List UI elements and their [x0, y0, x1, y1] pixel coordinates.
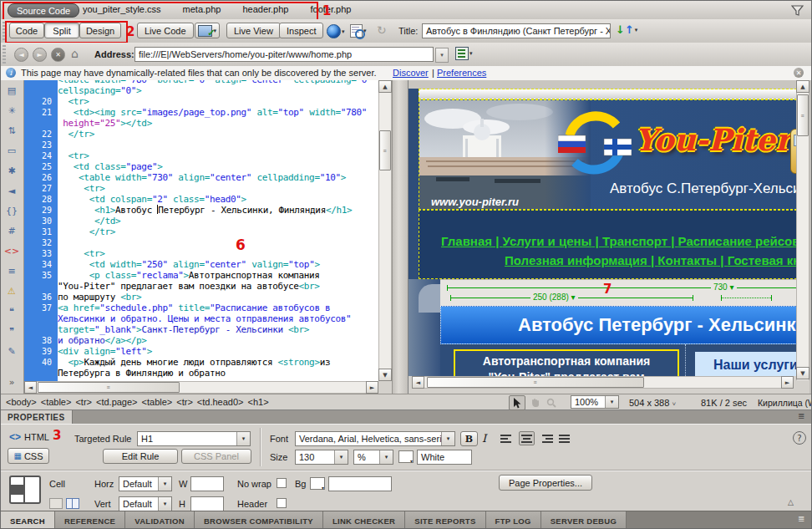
tag-path-item[interactable]: <table>	[142, 397, 173, 407]
design-heading[interactable]: Автобус Петербург - Хельсинки	[440, 306, 796, 344]
code-line[interactable]: 29 <h1>Автобус Петербург - Хельсинки, Фи…	[24, 205, 378, 216]
results-tab-link-checker[interactable]: LINK CHECKER	[323, 511, 405, 529]
code-line[interactable]: 34 <td width="250" align="center" valign…	[24, 259, 378, 270]
code-line[interactable]: 30 </td>	[24, 216, 378, 226]
css-panel-button[interactable]: CSS Panel	[181, 449, 251, 464]
code-line[interactable]: 36по маршруту <br>	[24, 292, 378, 303]
collapse-full-tag-icon[interactable]: ⇅	[1, 120, 23, 140]
back-icon[interactable]: ◄	[14, 48, 28, 62]
code-line[interactable]: target="_blank">Санкт-Петербург - Хельси…	[24, 324, 378, 335]
bg-color-input[interactable]	[328, 476, 392, 491]
collapse-panel-icon[interactable]: △	[788, 498, 794, 506]
html-mode-button[interactable]: <> HTML	[9, 431, 49, 443]
edit-snippet-icon[interactable]: ✎	[1, 341, 23, 361]
size-unit-select[interactable]: %▾	[353, 450, 393, 465]
toolbar-grip[interactable]	[3, 45, 6, 64]
address-dropdown-icon[interactable]: ▾	[435, 48, 449, 63]
inspect-button[interactable]: Inspect	[279, 23, 323, 38]
vert-select[interactable]: Default▾	[119, 496, 172, 511]
tag-path-item[interactable]: <tr>	[176, 397, 193, 407]
services-box[interactable]: Наши услуги	[695, 352, 796, 376]
code-line[interactable]: 21 <td><img src="images/page_top.png" al…	[24, 107, 378, 118]
height-input[interactable]	[190, 496, 224, 511]
scroll-up-icon[interactable]: ▲	[796, 80, 809, 93]
nav-link[interactable]: Гостевая книга	[728, 253, 796, 267]
close-info-bar-icon[interactable]: ✕	[794, 68, 804, 78]
scroll-up-icon[interactable]: ▲	[378, 80, 392, 93]
magnification-select[interactable]: 100%▾	[571, 395, 619, 409]
code-line[interactable]: 31 </tr>	[24, 226, 378, 237]
code-navigator-icon[interactable]: ✳	[1, 100, 23, 120]
validate-document-icon[interactable]: ▾	[350, 24, 367, 38]
table-width-label[interactable]: 730 ▾	[711, 282, 737, 292]
code-line[interactable]: 23	[24, 140, 378, 150]
align-right-icon[interactable]	[539, 432, 553, 445]
check-browser-compatibility-button[interactable]: ✓ ▾	[195, 23, 220, 38]
code-line[interactable]: 28 <td colspan="2" class="head0">	[24, 194, 378, 205]
results-tab-browser-compatibility[interactable]: BROWSER COMPATIBILITY	[195, 511, 323, 529]
open-documents-icon[interactable]: ▤	[1, 80, 23, 100]
more-tools-icon[interactable]: »	[1, 372, 23, 392]
properties-tab[interactable]: PROPERTIES	[1, 410, 73, 424]
live-code-button[interactable]: Live Code	[137, 23, 194, 38]
design-hscroll-thumb[interactable]: ≡	[427, 377, 644, 388]
code-view-button[interactable]: Code	[9, 23, 44, 38]
code-line[interactable]: 25 <td class="page">	[24, 161, 378, 172]
window-size-indicator[interactable]: 504 x 388 ˅	[629, 398, 676, 408]
scroll-right-icon[interactable]: ►	[366, 381, 378, 394]
nav-links-line-2[interactable]: Полезная информация | Контакты | Гостева…	[505, 253, 796, 267]
font-select[interactable]: Verdana, Arial, Helvetica, sans-serif▾	[295, 431, 455, 446]
design-view[interactable]: You-Piter Автобус С.Петербург-Хельсинки …	[408, 80, 796, 394]
related-file-header.php[interactable]: header.php	[242, 4, 288, 14]
preview-in-browser-icon[interactable]: ▾	[327, 24, 345, 38]
code-line[interactable]: 35 <p class="reclama">Автотранспортная к…	[24, 270, 378, 281]
code-line[interactable]: 22 </tr>	[24, 129, 378, 140]
text-color-input[interactable]: White	[417, 450, 472, 465]
bg-color-swatch[interactable]	[310, 477, 325, 490]
preferences-link[interactable]: Preferences	[437, 68, 486, 78]
filter-related-files-icon[interactable]	[789, 3, 804, 17]
code-line[interactable]: 32	[24, 237, 378, 248]
home-icon[interactable]: ⌂	[71, 47, 79, 60]
code-line[interactable]: 37<a href="schedule.php" title="Расписан…	[24, 303, 378, 313]
apply-comment-icon[interactable]: ❝	[1, 301, 23, 321]
live-view-button[interactable]: Live View	[226, 23, 281, 38]
code-line[interactable]: Петербурга в Финляндию и обратно	[24, 368, 378, 379]
tag-path-item[interactable]: <body>	[6, 397, 37, 407]
split-view-button[interactable]: Split	[44, 23, 79, 38]
code-vertical-scrollbar[interactable]	[378, 80, 392, 381]
code-line[interactable]: 27 <tr>	[24, 183, 378, 194]
highlight-invalid-code-icon[interactable]: <>	[1, 241, 23, 261]
results-tab-search[interactable]: SEARCH	[1, 511, 55, 529]
hand-tool-icon[interactable]	[527, 396, 542, 409]
header-checkbox[interactable]	[277, 498, 287, 508]
code-line[interactable]: 33 <tr>	[24, 248, 378, 259]
size-select[interactable]: 130▾	[295, 450, 348, 465]
site-nav-row[interactable]: Главная | Услуги и цены | Транспорт | Ра…	[419, 210, 796, 279]
align-justify-icon[interactable]	[557, 432, 571, 445]
site-banner[interactable]: You-Piter Автобус С.Петербург-Хельсинки …	[419, 99, 796, 210]
code-line[interactable]: "You-Piter" предлагает вам поездки на ав…	[24, 281, 378, 292]
design-vscroll-thumb[interactable]: ≡	[797, 94, 809, 136]
source-code-button[interactable]: Source Code	[8, 3, 79, 18]
nav-link[interactable]: Контакты	[657, 253, 717, 267]
code-line[interactable]: cellspacing="0">	[24, 85, 378, 96]
help-icon[interactable]: ?	[793, 431, 806, 445]
title-input[interactable]: Автобус в Финляндию (Санкт Петербург - Х…	[422, 23, 611, 38]
pane-splitter[interactable]	[392, 80, 408, 394]
code-line[interactable]: 39<div align="left">	[24, 346, 378, 357]
no-wrap-checkbox[interactable]	[277, 478, 287, 488]
nav-link[interactable]: Главная	[441, 234, 492, 248]
nav-links-line-1[interactable]: Главная | Услуги и цены | Транспорт | Ра…	[441, 234, 796, 248]
results-tab-site-reports[interactable]: SITE REPORTS	[405, 511, 485, 529]
scroll-left-icon[interactable]: ◄	[24, 381, 37, 394]
scroll-right-icon[interactable]: ►	[781, 376, 794, 389]
code-line[interactable]: 20 <tr>	[24, 96, 378, 107]
balance-braces-icon[interactable]: {}	[1, 201, 23, 221]
nav-link[interactable]: Полезная информация	[505, 253, 647, 267]
scroll-down-icon[interactable]: ▼	[378, 369, 392, 381]
bold-button[interactable]: B	[460, 431, 478, 446]
align-left-icon[interactable]	[500, 432, 515, 445]
design-view-button[interactable]: Design	[79, 23, 121, 38]
code-line[interactable]: height="25"></td>	[24, 118, 378, 129]
